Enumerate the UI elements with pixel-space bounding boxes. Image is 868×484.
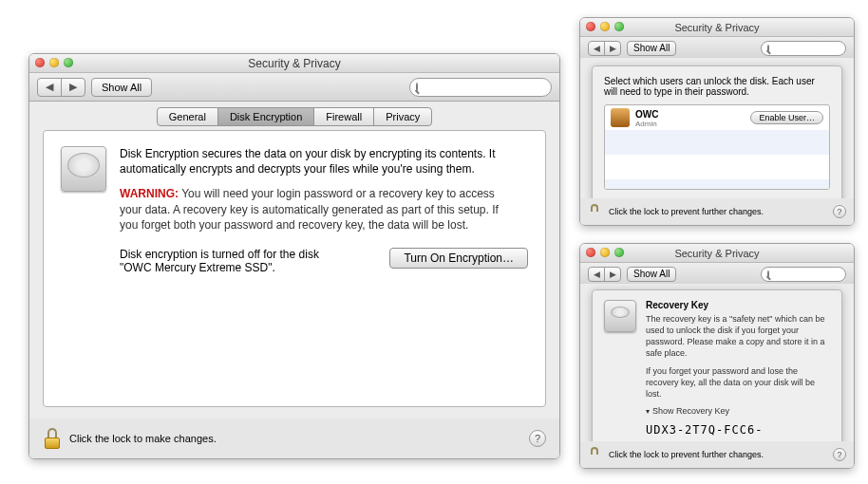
warning-text: WARNING: You will need your login passwo… — [120, 186, 519, 233]
user-row[interactable]: OWC Admin Enable User… — [605, 105, 829, 130]
recovery-key-text1: The recovery key is a "safety net" which… — [646, 313, 830, 360]
footer-bar: Click the lock to prevent further change… — [580, 441, 854, 468]
user-name: OWC — [635, 109, 658, 120]
user-row-empty — [605, 155, 829, 179]
warning-label: WARNING: — [120, 187, 179, 200]
search-icon — [416, 83, 418, 92]
footer-bar: Click the lock to make changes. ? — [29, 419, 559, 458]
zoom-icon[interactable] — [64, 58, 73, 67]
search-field[interactable] — [761, 41, 846, 56]
window-body: Select which users can unlock the disk. … — [580, 58, 854, 225]
titlebar: Security & Privacy — [580, 18, 854, 37]
help-button[interactable]: ? — [833, 205, 846, 218]
show-all-button[interactable]: Show All — [91, 78, 152, 97]
search-field[interactable] — [409, 78, 552, 97]
tab-firewall[interactable]: Firewall — [313, 107, 374, 126]
toolbar: ◀ ▶ Show All — [29, 73, 559, 102]
close-icon[interactable] — [586, 248, 595, 257]
show-recovery-key-toggle[interactable]: ▾Show Recovery Key — [646, 405, 830, 418]
user-row-empty — [605, 179, 829, 190]
traffic-lights — [586, 22, 624, 31]
zoom-icon[interactable] — [614, 248, 624, 257]
enable-user-button[interactable]: Enable User… — [750, 111, 823, 124]
tab-disk-encryption[interactable]: Disk Encryption — [217, 107, 314, 126]
minimize-icon[interactable] — [600, 248, 610, 257]
search-field[interactable] — [761, 267, 846, 282]
titlebar: Security & Privacy — [29, 54, 559, 73]
forward-button[interactable]: ▶ — [604, 267, 621, 282]
lock-icon[interactable] — [588, 204, 601, 219]
turn-on-encryption-button[interactable]: Turn On Encryption… — [389, 248, 528, 269]
close-icon[interactable] — [35, 58, 45, 67]
tab-general[interactable]: General — [157, 107, 218, 126]
window-title: Security & Privacy — [29, 57, 559, 70]
zoom-icon[interactable] — [614, 22, 624, 31]
disk-encryption-pane: Disk Encryption secures the data on your… — [43, 130, 546, 407]
search-input[interactable] — [422, 82, 553, 93]
back-button[interactable]: ◀ — [37, 78, 62, 97]
tabs: General Disk Encryption Firewall Privacy — [29, 107, 559, 126]
show-all-button[interactable]: Show All — [627, 41, 676, 56]
minimize-icon[interactable] — [600, 22, 610, 31]
search-icon — [767, 45, 769, 52]
recovery-key-text2: If you forget your password and lose the… — [646, 365, 830, 400]
back-button[interactable]: ◀ — [588, 41, 605, 56]
lock-message: Click the lock to prevent further change… — [609, 207, 833, 216]
lock-message: Click the lock to make changes. — [69, 433, 529, 444]
tab-privacy[interactable]: Privacy — [373, 107, 432, 126]
user-row-empty — [605, 130, 829, 155]
avatar-icon — [611, 108, 630, 127]
window-body: General Disk Encryption Firewall Privacy… — [29, 102, 559, 458]
description-text: Disk Encryption secures the data on your… — [120, 146, 528, 177]
traffic-lights — [586, 248, 624, 257]
recovery-key-window: Security & Privacy ◀▶ Show All Recovery … — [579, 243, 855, 469]
status-text: Disk encryption is turned off for the di… — [120, 248, 372, 274]
footer-bar: Click the lock to prevent further change… — [580, 198, 854, 225]
help-button[interactable]: ? — [833, 448, 846, 461]
forward-button[interactable]: ▶ — [61, 78, 85, 97]
lock-icon[interactable] — [43, 428, 62, 449]
nav-segment: ◀ ▶ — [37, 78, 85, 97]
lock-message: Click the lock to prevent further change… — [609, 450, 833, 459]
search-icon — [767, 270, 769, 278]
recovery-key-value: UDX3-2T7Q-FCC6- — [646, 423, 830, 437]
users-window: Security & Privacy ◀▶ Show All Select wh… — [579, 17, 855, 226]
minimize-icon[interactable] — [49, 58, 59, 67]
disclosure-triangle-icon: ▾ — [646, 407, 650, 416]
hard-drive-icon — [604, 300, 636, 332]
traffic-lights — [35, 58, 73, 67]
window-body: Recovery Key The recovery key is a "safe… — [580, 284, 854, 468]
titlebar: Security & Privacy — [580, 244, 854, 263]
toolbar: ◀▶ Show All — [580, 37, 854, 60]
close-icon[interactable] — [586, 22, 595, 31]
hard-drive-icon — [61, 146, 106, 192]
user-role: Admin — [635, 120, 658, 128]
main-window: Security & Privacy ◀ ▶ Show All General … — [28, 53, 560, 459]
lock-icon[interactable] — [588, 447, 601, 462]
toolbar: ◀▶ Show All — [580, 263, 854, 286]
help-button[interactable]: ? — [529, 430, 546, 447]
forward-button[interactable]: ▶ — [604, 41, 621, 56]
user-list: OWC Admin Enable User… — [604, 104, 830, 190]
show-all-button[interactable]: Show All — [627, 267, 676, 282]
back-button[interactable]: ◀ — [588, 267, 605, 282]
recovery-key-heading: Recovery Key — [646, 300, 830, 310]
search-input[interactable] — [773, 43, 855, 54]
sheet-message: Select which users can unlock the disk. … — [604, 76, 830, 97]
search-input[interactable] — [773, 269, 855, 280]
